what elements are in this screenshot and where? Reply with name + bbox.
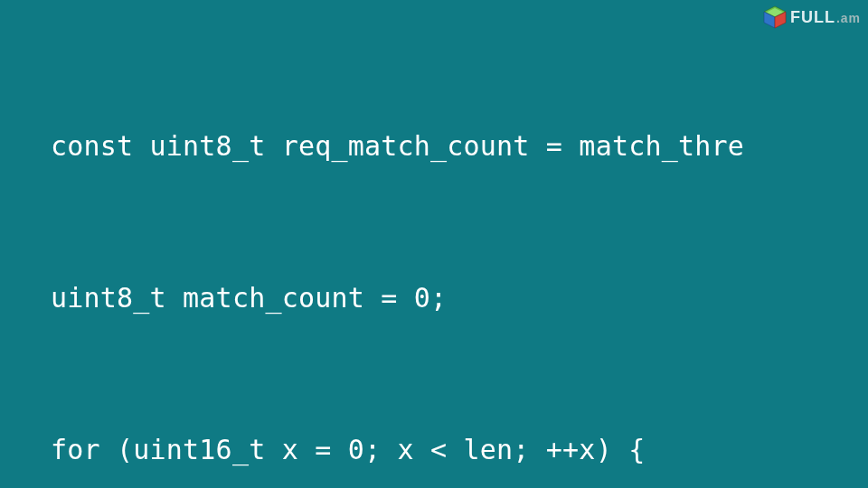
code-text: const uint8_t req_match_count = match_th…	[51, 130, 744, 162]
code-line: const uint8_t req_match_count = match_th…	[51, 121, 868, 172]
code-line: uint8_t match_count = 0;	[51, 273, 868, 324]
watermark-tld: am	[841, 11, 861, 25]
watermark-text: FULL . am	[790, 8, 861, 27]
cube-icon	[763, 5, 787, 29]
code-text: for (uint16_t x = 0; x < len; ++x) {	[51, 434, 645, 465]
code-block: const uint8_t req_match_count = match_th…	[51, 20, 868, 488]
watermark-main: FULL	[790, 8, 835, 27]
watermark-logo: FULL . am	[763, 5, 861, 29]
code-text: uint8_t match_count = 0;	[51, 282, 447, 314]
code-line: for (uint16_t x = 0; x < len; ++x) {	[51, 425, 868, 475]
